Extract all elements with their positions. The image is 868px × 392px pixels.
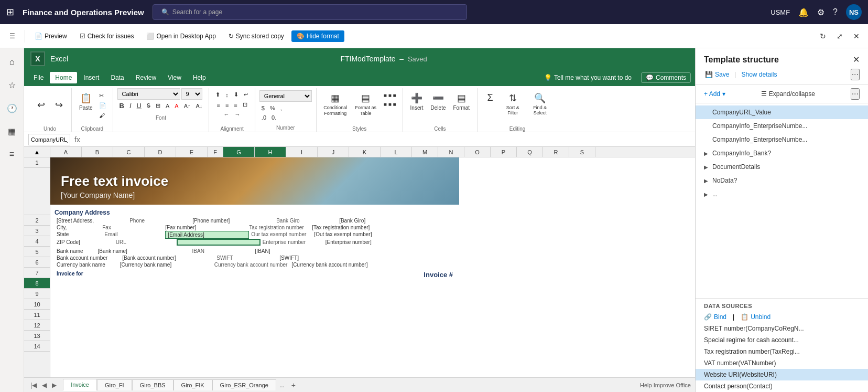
menu-view[interactable]: View bbox=[162, 72, 187, 83]
add-sheet-button[interactable]: + bbox=[288, 379, 299, 391]
formula-input[interactable] bbox=[84, 135, 691, 144]
tree-item-company-bank[interactable]: ▶ CompanyInfo_Bank? bbox=[696, 146, 868, 160]
home-icon[interactable]: ⌂ bbox=[3, 52, 21, 71]
font-name-select[interactable]: Calibri bbox=[117, 88, 180, 100]
col-header-o[interactable]: O bbox=[464, 147, 491, 157]
percent-button[interactable]: % bbox=[268, 104, 277, 112]
cell-reference-input[interactable] bbox=[28, 134, 70, 145]
col-header-a[interactable]: A bbox=[50, 147, 82, 157]
delete-button[interactable]: ➖ Delete bbox=[428, 90, 449, 113]
recent-icon[interactable]: 🕐 bbox=[3, 99, 21, 118]
comments-button[interactable]: 💬 Comments bbox=[641, 72, 691, 83]
tree-item-no-data[interactable]: ▶ NoData? bbox=[696, 174, 868, 187]
row-4[interactable]: 4 bbox=[24, 236, 50, 247]
merge-button[interactable]: ⊡ bbox=[241, 100, 249, 109]
row-10[interactable]: 10 bbox=[24, 299, 50, 310]
menu-review[interactable]: Review bbox=[131, 72, 161, 83]
row-8[interactable]: 8 bbox=[24, 278, 50, 289]
panel-more-button[interactable]: ··· bbox=[851, 69, 860, 80]
row-11[interactable]: 11 bbox=[24, 310, 50, 320]
col-header-j[interactable]: J bbox=[318, 147, 349, 157]
col-header-p[interactable]: P bbox=[491, 147, 517, 157]
insert-button[interactable]: ➕ Insert bbox=[407, 90, 427, 113]
settings-icon[interactable]: ⚙ bbox=[817, 7, 824, 17]
dec-inc-button[interactable]: .0 bbox=[259, 113, 268, 122]
font-color-button[interactable]: A bbox=[172, 102, 180, 110]
help-icon[interactable]: ? bbox=[833, 7, 838, 17]
col-header-s[interactable]: S bbox=[569, 147, 595, 157]
preview-button[interactable]: 📄 Preview bbox=[29, 30, 72, 42]
bind-button[interactable]: 🔗 Bind bbox=[704, 313, 726, 321]
cells-area[interactable]: Free text invoice [Your Company Name] Co… bbox=[50, 157, 695, 377]
col-header-g[interactable]: G bbox=[223, 147, 255, 157]
close-panel-button[interactable]: ✕ bbox=[849, 30, 864, 43]
align-right-button[interactable]: ≡ bbox=[232, 100, 239, 109]
col-header-f[interactable]: F bbox=[208, 147, 223, 157]
panel-sub-more-button[interactable]: ··· bbox=[851, 88, 860, 100]
redo-button[interactable]: ↪ bbox=[50, 97, 67, 114]
menu-file[interactable]: File bbox=[28, 72, 49, 83]
tree-item-company-url-value[interactable]: CompanyURL_Value bbox=[696, 105, 868, 119]
comma-button[interactable]: , bbox=[278, 104, 284, 112]
font-size-dec-button[interactable]: A↓ bbox=[194, 102, 205, 110]
col-header-b[interactable]: B bbox=[82, 147, 113, 157]
menu-help[interactable]: Help bbox=[188, 72, 211, 83]
row-12[interactable]: 12 bbox=[24, 320, 50, 331]
fill-color-button[interactable]: A bbox=[164, 102, 171, 110]
sheet-nav-first[interactable]: |◀ bbox=[28, 380, 39, 390]
conditional-formatting-button[interactable]: ▦ Conditional Formatting bbox=[321, 90, 350, 119]
border-button[interactable]: ⊞ bbox=[154, 101, 162, 110]
row-6[interactable]: 6 bbox=[24, 257, 50, 268]
align-left-button[interactable]: ≡ bbox=[214, 100, 222, 109]
format-painter-button[interactable]: 🖌 bbox=[97, 111, 108, 120]
sheet-tab-giro-fi[interactable]: Giro_FI bbox=[97, 379, 132, 390]
indent-dec-button[interactable]: ← bbox=[222, 110, 232, 119]
corner-cell[interactable]: ▲ bbox=[24, 147, 50, 157]
menu-data[interactable]: Data bbox=[105, 72, 129, 83]
panel-expand-button[interactable]: ☰ Expand/collapse bbox=[761, 90, 815, 98]
popout-button[interactable]: ⤢ bbox=[832, 30, 847, 43]
bold-button[interactable]: B bbox=[117, 101, 126, 111]
col-header-d[interactable]: D bbox=[145, 147, 176, 157]
row-1-img[interactable] bbox=[24, 168, 50, 215]
col-header-q[interactable]: Q bbox=[517, 147, 543, 157]
cut-button[interactable]: ✂ bbox=[97, 91, 108, 100]
underline-button[interactable]: U bbox=[135, 101, 144, 111]
ds-item-special-regime[interactable]: Special regime for cash account... bbox=[696, 334, 868, 346]
tree-item-enterprise-num-1[interactable]: CompanyInfo_EnterpriseNumbe... bbox=[696, 119, 868, 133]
sort-filter-button[interactable]: ⇅ Sort & Filter bbox=[500, 90, 526, 118]
paste-button[interactable]: 📋 Paste bbox=[76, 90, 96, 113]
indent-inc-button[interactable]: → bbox=[233, 110, 243, 119]
wrap-text-button[interactable]: ↵ bbox=[242, 90, 251, 99]
find-select-button[interactable]: 🔍 Find & Select bbox=[527, 90, 553, 118]
panel-add-button[interactable]: + Add ▾ bbox=[704, 90, 725, 98]
star-icon[interactable]: ☆ bbox=[3, 76, 21, 94]
sheet-tab-giro-esr[interactable]: Giro_ESR_Orange bbox=[212, 379, 276, 390]
dec-dec-button[interactable]: 0. bbox=[269, 113, 278, 122]
align-center-button[interactable]: ≡ bbox=[223, 100, 231, 109]
cell-styles-1-button[interactable]: ■ ■ ■ bbox=[382, 91, 398, 99]
app-grid-icon[interactable]: ⊞ bbox=[6, 6, 14, 18]
notification-icon[interactable]: 🔔 bbox=[798, 7, 809, 17]
italic-button[interactable]: I bbox=[127, 101, 134, 111]
strikethrough-button[interactable]: S̶ bbox=[145, 101, 153, 110]
cell-styles-2-button[interactable]: ■ ■ ■ bbox=[382, 100, 398, 108]
row-9[interactable]: 9 bbox=[24, 289, 50, 299]
col-header-i[interactable]: I bbox=[286, 147, 318, 157]
row-5[interactable]: 5 bbox=[24, 247, 50, 257]
hamburger-menu-button[interactable]: ☰ bbox=[4, 30, 20, 42]
user-avatar[interactable]: NS bbox=[846, 4, 862, 20]
list-icon[interactable]: ≡ bbox=[3, 145, 21, 164]
panel-save-button[interactable]: 💾 Save bbox=[704, 70, 730, 79]
sheet-tab-invoice[interactable]: Invoice bbox=[63, 379, 97, 391]
open-desktop-button[interactable]: ⬜ Open in Desktop App bbox=[141, 30, 221, 42]
tell-me-box[interactable]: 💡 Tell me what you want to do bbox=[544, 74, 632, 81]
font-size-inc-button[interactable]: A↑ bbox=[182, 102, 193, 110]
refresh-button[interactable]: ↻ bbox=[816, 30, 830, 43]
hide-format-button[interactable]: 🎨 Hide format bbox=[291, 30, 344, 42]
sheet-tab-giro-fik[interactable]: Giro_FIK bbox=[173, 379, 212, 390]
format-as-table-button[interactable]: ▤ Format as Table bbox=[351, 90, 381, 119]
sheet-tab-giro-bbs[interactable]: Giro_BBS bbox=[132, 379, 173, 390]
sheet-nav-prev[interactable]: ◀ bbox=[40, 380, 49, 390]
col-header-e[interactable]: E bbox=[176, 147, 208, 157]
